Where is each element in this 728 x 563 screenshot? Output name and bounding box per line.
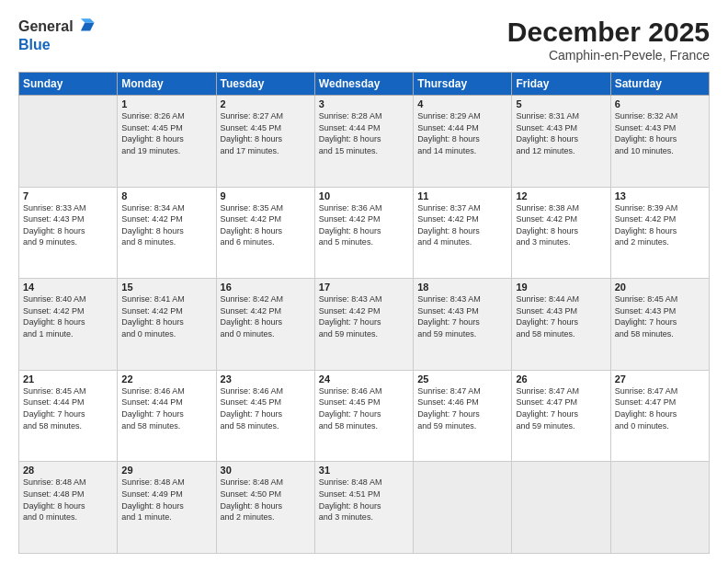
table-row: 1Sunrise: 8:26 AMSunset: 4:45 PMDaylight…	[118, 96, 216, 188]
table-row: 3Sunrise: 8:28 AMSunset: 4:44 PMDaylight…	[314, 96, 413, 188]
day-info: Sunrise: 8:41 AMSunset: 4:42 PMDaylight:…	[121, 293, 211, 339]
day-info: Sunrise: 8:43 AMSunset: 4:43 PMDaylight:…	[417, 293, 507, 339]
calendar-week-row: 28Sunrise: 8:48 AMSunset: 4:48 PMDayligh…	[19, 462, 710, 554]
table-row: 7Sunrise: 8:33 AMSunset: 4:43 PMDaylight…	[19, 187, 118, 279]
day-info: Sunrise: 8:35 AMSunset: 4:42 PMDaylight:…	[221, 202, 311, 248]
day-info: Sunrise: 8:28 AMSunset: 4:44 PMDaylight:…	[319, 110, 409, 156]
table-row: 26Sunrise: 8:47 AMSunset: 4:47 PMDayligh…	[512, 370, 610, 462]
day-number: 12	[516, 190, 606, 201]
table-row: 24Sunrise: 8:46 AMSunset: 4:45 PMDayligh…	[314, 370, 413, 462]
day-number: 17	[319, 282, 409, 293]
title-block: December 2025 Camphin-en-Pevele, France	[507, 17, 710, 63]
day-number: 21	[23, 373, 113, 385]
col-saturday: Saturday	[610, 73, 709, 96]
col-sunday: Sunday	[19, 73, 118, 96]
day-info: Sunrise: 8:46 AMSunset: 4:44 PMDaylight:…	[121, 385, 211, 431]
day-info: Sunrise: 8:31 AMSunset: 4:43 PMDaylight:…	[516, 110, 606, 156]
svg-marker-1	[80, 18, 94, 22]
day-info: Sunrise: 8:45 AMSunset: 4:44 PMDaylight:…	[23, 385, 113, 431]
table-row: 5Sunrise: 8:31 AMSunset: 4:43 PMDaylight…	[512, 96, 610, 188]
day-number: 11	[417, 190, 507, 201]
table-row: 2Sunrise: 8:27 AMSunset: 4:45 PMDaylight…	[216, 96, 314, 188]
day-number: 29	[121, 465, 211, 476]
calendar-week-row: 14Sunrise: 8:40 AMSunset: 4:42 PMDayligh…	[19, 279, 710, 371]
table-row: 4Sunrise: 8:29 AMSunset: 4:44 PMDaylight…	[414, 96, 512, 188]
col-thursday: Thursday	[414, 73, 512, 96]
table-row: 20Sunrise: 8:45 AMSunset: 4:43 PMDayligh…	[610, 279, 709, 371]
day-number: 20	[615, 282, 705, 293]
day-info: Sunrise: 8:48 AMSunset: 4:51 PMDaylight:…	[319, 477, 409, 523]
header: General Blue December 2025 Camphin-en-Pe…	[18, 17, 710, 63]
day-number: 1	[121, 98, 211, 109]
table-row: 8Sunrise: 8:34 AMSunset: 4:42 PMDaylight…	[118, 187, 216, 279]
calendar-header-row: Sunday Monday Tuesday Wednesday Thursday…	[19, 73, 710, 96]
day-info: Sunrise: 8:46 AMSunset: 4:45 PMDaylight:…	[221, 385, 311, 431]
logo-blue-text: Blue	[18, 37, 51, 53]
table-row	[610, 462, 709, 554]
day-info: Sunrise: 8:47 AMSunset: 4:46 PMDaylight:…	[417, 385, 507, 431]
day-number: 26	[516, 373, 606, 385]
day-number: 23	[221, 373, 311, 385]
day-number: 14	[23, 282, 113, 293]
day-info: Sunrise: 8:48 AMSunset: 4:48 PMDaylight:…	[23, 477, 113, 523]
day-number: 22	[121, 373, 211, 385]
day-number: 31	[319, 465, 409, 476]
day-info: Sunrise: 8:27 AMSunset: 4:45 PMDaylight:…	[221, 110, 311, 156]
table-row: 19Sunrise: 8:44 AMSunset: 4:43 PMDayligh…	[512, 279, 610, 371]
day-info: Sunrise: 8:37 AMSunset: 4:42 PMDaylight:…	[417, 202, 507, 248]
col-monday: Monday	[118, 73, 216, 96]
day-number: 3	[319, 98, 409, 109]
day-info: Sunrise: 8:48 AMSunset: 4:49 PMDaylight:…	[121, 477, 211, 523]
table-row: 21Sunrise: 8:45 AMSunset: 4:44 PMDayligh…	[19, 370, 118, 462]
page: General Blue December 2025 Camphin-en-Pe…	[0, 0, 728, 563]
table-row: 25Sunrise: 8:47 AMSunset: 4:46 PMDayligh…	[414, 370, 512, 462]
table-row: 28Sunrise: 8:48 AMSunset: 4:48 PMDayligh…	[19, 462, 118, 554]
day-info: Sunrise: 8:36 AMSunset: 4:42 PMDaylight:…	[319, 202, 409, 248]
table-row: 30Sunrise: 8:48 AMSunset: 4:50 PMDayligh…	[216, 462, 314, 554]
day-info: Sunrise: 8:48 AMSunset: 4:50 PMDaylight:…	[221, 477, 311, 523]
logo-general-text: General	[18, 18, 74, 35]
day-number: 15	[121, 282, 211, 293]
day-info: Sunrise: 8:40 AMSunset: 4:42 PMDaylight:…	[23, 293, 113, 339]
table-row: 12Sunrise: 8:38 AMSunset: 4:42 PMDayligh…	[512, 187, 610, 279]
svg-marker-0	[80, 23, 94, 31]
day-number: 4	[417, 98, 507, 109]
table-row: 17Sunrise: 8:43 AMSunset: 4:42 PMDayligh…	[314, 279, 413, 371]
table-row: 18Sunrise: 8:43 AMSunset: 4:43 PMDayligh…	[414, 279, 512, 371]
table-row: 16Sunrise: 8:42 AMSunset: 4:42 PMDayligh…	[216, 279, 314, 371]
col-wednesday: Wednesday	[314, 73, 413, 96]
table-row: 9Sunrise: 8:35 AMSunset: 4:42 PMDaylight…	[216, 187, 314, 279]
calendar-week-row: 1Sunrise: 8:26 AMSunset: 4:45 PMDaylight…	[19, 96, 710, 188]
table-row	[414, 462, 512, 554]
day-number: 9	[221, 190, 311, 201]
logo-icon	[75, 17, 96, 37]
table-row: 6Sunrise: 8:32 AMSunset: 4:43 PMDaylight…	[610, 96, 709, 188]
day-number: 28	[23, 465, 113, 476]
month-title: December 2025	[507, 17, 710, 48]
day-number: 10	[319, 190, 409, 201]
calendar: Sunday Monday Tuesday Wednesday Thursday…	[18, 72, 710, 554]
table-row	[19, 96, 118, 188]
day-info: Sunrise: 8:34 AMSunset: 4:42 PMDaylight:…	[121, 202, 211, 248]
day-number: 25	[417, 373, 507, 385]
day-number: 6	[615, 98, 705, 109]
day-number: 18	[417, 282, 507, 293]
day-info: Sunrise: 8:33 AMSunset: 4:43 PMDaylight:…	[23, 202, 113, 248]
day-info: Sunrise: 8:39 AMSunset: 4:42 PMDaylight:…	[615, 202, 705, 248]
day-number: 30	[221, 465, 311, 476]
day-info: Sunrise: 8:45 AMSunset: 4:43 PMDaylight:…	[615, 293, 705, 339]
table-row	[512, 462, 610, 554]
day-info: Sunrise: 8:38 AMSunset: 4:42 PMDaylight:…	[516, 202, 606, 248]
day-info: Sunrise: 8:44 AMSunset: 4:43 PMDaylight:…	[516, 293, 606, 339]
day-number: 27	[615, 373, 705, 385]
day-info: Sunrise: 8:32 AMSunset: 4:43 PMDaylight:…	[615, 110, 705, 156]
table-row: 29Sunrise: 8:48 AMSunset: 4:49 PMDayligh…	[118, 462, 216, 554]
day-info: Sunrise: 8:29 AMSunset: 4:44 PMDaylight:…	[417, 110, 507, 156]
col-tuesday: Tuesday	[216, 73, 314, 96]
day-number: 2	[221, 98, 311, 109]
day-info: Sunrise: 8:47 AMSunset: 4:47 PMDaylight:…	[615, 385, 705, 431]
subtitle: Camphin-en-Pevele, France	[507, 48, 710, 63]
day-number: 24	[319, 373, 409, 385]
col-friday: Friday	[512, 73, 610, 96]
table-row: 15Sunrise: 8:41 AMSunset: 4:42 PMDayligh…	[118, 279, 216, 371]
